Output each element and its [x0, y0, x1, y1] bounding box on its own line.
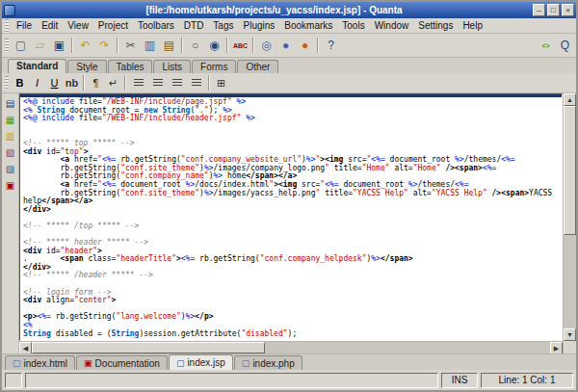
align-right-button[interactable]: [168, 74, 186, 92]
tab-index-php-label: index.php: [252, 358, 294, 369]
browser-konqueror-icon[interactable]: ●: [276, 37, 295, 55]
code-line: <!-- ***** top ***** -->: [23, 140, 562, 148]
redo-icon[interactable]: ↷: [95, 37, 114, 55]
paragraph-button[interactable]: ¶: [88, 75, 104, 91]
toolbar-tab-forms[interactable]: Forms: [192, 60, 236, 73]
replace-icon[interactable]: ◉: [205, 37, 223, 55]
toolbar-tabs: StandardStyleTablesListsFormsOther: [2, 58, 576, 73]
menu-item-tools[interactable]: Tools: [337, 19, 369, 32]
nbsp-button[interactable]: nb: [64, 75, 80, 91]
horizontal-scroll-thumb[interactable]: [32, 342, 265, 353]
templates-icon[interactable]: ▥: [4, 129, 17, 143]
preview-icon[interactable]: ◎: [257, 37, 276, 55]
vertical-scroll-track[interactable]: [564, 106, 576, 328]
tag-editor-icon[interactable]: <>: [537, 37, 555, 55]
menu-item-plugins[interactable]: Plugins: [238, 19, 279, 32]
main-toolbar-handle[interactable]: [5, 39, 9, 52]
align-bars-icon: [192, 79, 201, 88]
toolbar-tab-lists[interactable]: Lists: [153, 60, 191, 73]
toolbar-separator: [252, 38, 254, 53]
menu-item-file[interactable]: File: [12, 19, 37, 32]
toolbar-separator: [181, 38, 183, 53]
context-help-icon[interactable]: ?: [322, 37, 340, 55]
open-folder-icon[interactable]: ▱: [31, 37, 49, 55]
menu-item-bookmarks[interactable]: Bookmarks: [279, 19, 337, 32]
line-break-button[interactable]: ↵: [105, 75, 121, 91]
toolbar-separator: [71, 38, 73, 53]
align-justify-button[interactable]: [187, 74, 205, 92]
code-line: <%@ include file="/WEB-INF/include/heade…: [23, 115, 562, 123]
tab-index-jsp[interactable]: ▢index.jsp: [169, 354, 233, 370]
paste-icon[interactable]: ▤: [160, 37, 178, 55]
vertical-scroll-thumb[interactable]: [564, 106, 576, 235]
spellcheck-icon[interactable]: ABC: [231, 37, 250, 55]
undo-icon[interactable]: ↶: [76, 37, 94, 55]
attributes-icon[interactable]: ▨: [4, 162, 17, 175]
menu-item-tags[interactable]: Tags: [208, 19, 238, 32]
vertical-scrollbar[interactable]: ▲ ▼: [563, 93, 576, 353]
format-toolbar: BIUnb¶↵⊞: [2, 73, 576, 93]
find-icon[interactable]: ○: [186, 37, 204, 55]
status-icon-panel: [5, 373, 22, 388]
new-file-icon[interactable]: ▢: [12, 37, 30, 55]
documentation-icon[interactable]: ▣: [4, 178, 17, 192]
toolbar-tab-other[interactable]: Other: [237, 60, 278, 73]
align-center-button[interactable]: [148, 74, 167, 92]
copy-icon[interactable]: ▥: [141, 37, 159, 55]
editor-column: <%@ include file="/WEB-INF/include/page.…: [19, 93, 563, 353]
menu-item-view[interactable]: View: [63, 19, 93, 32]
project-tree-icon[interactable]: ▦: [4, 113, 17, 126]
scroll-up-arrow-icon[interactable]: ▲: [564, 93, 576, 106]
maximize-button[interactable]: □: [547, 4, 560, 16]
tab-index-html[interactable]: ▢index.html: [5, 355, 75, 370]
tab-index-html-label: index.html: [24, 358, 68, 369]
menu-item-toolbars[interactable]: Toolbars: [133, 19, 179, 32]
code-line: <!-- ***** header ***** -->: [23, 239, 562, 248]
menu-item-edit[interactable]: Edit: [37, 19, 63, 32]
code-line: . <span class="headerTitle"><%= rb.getSt…: [23, 255, 562, 264]
menubar-handle[interactable]: [5, 19, 9, 33]
main-toolbar: ▢▱▣↶↷✂▥▤○◉ABC◎●●?<>Q: [2, 34, 576, 58]
menu-item-project[interactable]: Project: [93, 19, 133, 32]
menu-bar: FileEditViewProjectToolbarsDTDTagsPlugin…: [2, 18, 576, 34]
code-line: String disabled = (String)session.getAtt…: [23, 330, 562, 339]
save-icon[interactable]: ▣: [50, 37, 68, 55]
align-bars-icon: [172, 79, 182, 88]
toolbar-tab-standard[interactable]: Standard: [8, 59, 66, 73]
main-area: ▤▦▥▧▨▣ <%@ include file="/WEB-INF/includ…: [2, 93, 576, 353]
scroll-down-arrow-icon[interactable]: ▼: [564, 328, 576, 341]
code-line: <!-- ***** /header ***** -->: [23, 272, 562, 280]
format-toolbar-handle[interactable]: [5, 76, 9, 90]
browser-firefox-icon[interactable]: ●: [296, 37, 314, 55]
menu-item-settings[interactable]: Settings: [413, 19, 458, 32]
cut-icon[interactable]: ✂: [121, 37, 140, 55]
tab-index-php[interactable]: ▢index.php: [234, 355, 302, 370]
quanta-window: [file:/home/utkarsh/projects/u_yacss/ind…: [0, 0, 578, 392]
horizontal-scroll-track[interactable]: [32, 342, 550, 353]
bold-button[interactable]: B: [12, 75, 28, 91]
code-line: <p><%= rb.getString("lang.welcome")%></p…: [23, 313, 562, 322]
menu-item-help[interactable]: Help: [458, 19, 487, 32]
horizontal-scrollbar[interactable]: ◀ ▶: [19, 341, 563, 353]
tab-index-jsp-label: index.jsp: [187, 357, 224, 368]
close-button[interactable]: ×: [562, 4, 574, 16]
cursor-position-indicator: Line: 1 Col: 1: [481, 373, 573, 388]
italic-button[interactable]: I: [29, 75, 45, 91]
toolbar-tab-style[interactable]: Style: [67, 60, 106, 73]
code-area[interactable]: <%@ include file="/WEB-INF/include/page.…: [20, 97, 562, 340]
align-bars-icon: [134, 79, 144, 88]
files-tree-icon[interactable]: ▤: [4, 96, 17, 110]
toolbar-tab-tables[interactable]: Tables: [108, 60, 153, 73]
editor[interactable]: <%@ include file="/WEB-INF/include/page.…: [19, 93, 563, 341]
align-left-button[interactable]: [129, 74, 147, 92]
quanta-logo-icon[interactable]: Q: [556, 37, 574, 55]
title-bar[interactable]: [file:/home/utkarsh/projects/u_yacss/ind…: [2, 2, 576, 18]
menu-item-window[interactable]: Window: [370, 19, 414, 32]
scripts-icon[interactable]: ▧: [4, 145, 17, 159]
table-button[interactable]: ⊞: [213, 75, 229, 91]
insert-mode-indicator: INS: [441, 373, 478, 388]
underline-button[interactable]: U: [46, 75, 63, 91]
tab-documentation[interactable]: ▣Documentation: [76, 355, 168, 370]
minimize-button[interactable]: –: [533, 4, 545, 16]
menu-item-dtd[interactable]: DTD: [179, 19, 209, 32]
